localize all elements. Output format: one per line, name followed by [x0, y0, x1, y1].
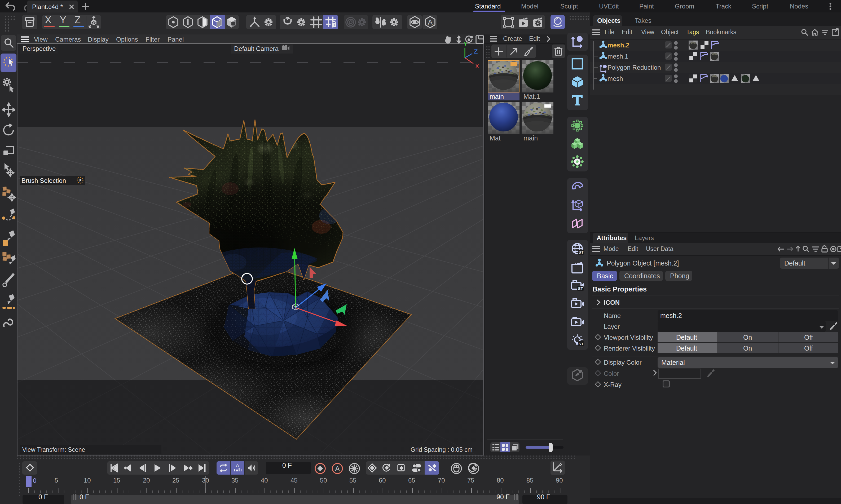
svg-text:ST: ST [578, 250, 584, 254]
svg-text:A: A [236, 463, 239, 468]
svg-text:Z: Z [474, 48, 478, 55]
svg-text:A: A [335, 465, 340, 472]
svg-text:ST: ST [578, 286, 583, 291]
svg-text:A: A [428, 18, 433, 26]
svg-text:Y: Y [463, 42, 468, 47]
svg-text:X: X [475, 62, 479, 70]
svg-text:ST: ST [578, 342, 584, 346]
